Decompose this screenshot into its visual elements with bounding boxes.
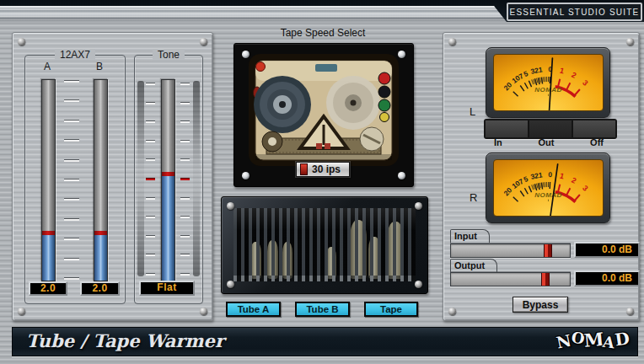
switch-label-off: Off [590,137,604,147]
12ax7-group-label: 12AX7 [55,49,95,61]
grille-feet [233,276,416,281]
suite-badge: ESSENTIAL STUDIO SUITE [507,3,642,21]
slider-fill [94,235,107,281]
tube-a-drive-slider[interactable] [41,79,56,281]
screw-icon [398,172,405,179]
vu-meter-right: 2010753210123NOMAD [486,153,610,223]
tone-tick-marks [146,83,155,276]
header-bar: ESSENTIAL STUDIO SUITE [0,0,644,22]
slider-fill [162,176,174,281]
svg-text:NOMAD: NOMAD [534,86,562,94]
tape-speed-value: 30 ips [312,163,341,175]
tone-value-display: Flat [139,281,195,296]
switch-label-out: Out [538,137,554,147]
svg-text:3: 3 [581,184,589,193]
switch-label-in: In [494,137,502,147]
tone-slider[interactable] [161,79,175,281]
tone-group: Tone Flat [134,55,203,304]
tone-tick-marks [180,83,190,276]
screw-icon [415,202,422,210]
tone-wedge-decoration [137,81,144,276]
svg-text:0: 0 [548,170,552,179]
output-db-display: 0.0 dB [574,270,640,286]
screw-icon [415,281,422,288]
nomad-logo: NOMAD [556,331,629,350]
svg-text:1: 1 [559,67,565,76]
input-label: Input [450,229,490,243]
tube-b-value-display: 2.0 [80,281,120,296]
screw-icon [227,202,234,210]
svg-text:1: 1 [559,172,565,181]
switch-labels: In Out Off [484,137,614,147]
mode-button-tube-b[interactable]: Tube B [295,302,350,317]
svg-text:2: 2 [570,71,577,80]
plugin-title: Tube / Tape Warmer [26,330,224,351]
output-gain-slider[interactable] [450,272,571,286]
bypass-button[interactable]: Bypass [513,297,568,313]
svg-text:NOMAD: NOMAD [534,191,562,199]
screw-icon [398,51,405,58]
header-metal-stripes [0,6,507,22]
screw-icon [242,51,250,58]
mode-button-tape[interactable]: Tape [364,302,418,317]
tape-speed-panel: 30 ips [233,43,414,187]
input-gain-slider[interactable] [450,244,571,258]
tape-speed-select-button[interactable]: 30 ips [296,162,350,177]
tube-b-drive-slider[interactable] [94,79,108,281]
tube-a-value-display: 2.0 [29,281,67,296]
vu-meter-left-face: 2010753210123NOMAD [493,54,604,111]
tube-drive-panel: 12AX7 A B 2.0 2.0 Tone [12,32,213,321]
screw-icon [200,38,207,46]
slider-a-label: A [35,61,59,72]
mode-button-tube-a[interactable]: Tube A [226,302,281,317]
svg-text:20: 20 [502,185,513,197]
meter-mode-switch[interactable] [484,119,617,139]
vu-meter-right-face: 2010753210123NOMAD [493,159,604,217]
svg-text:1: 1 [538,170,543,179]
screw-icon [200,308,207,315]
grille-bars [233,208,416,281]
vu-meter-left: 2010753210123NOMAD [486,47,610,118]
slider-track [42,80,55,231]
svg-text:20: 20 [502,80,513,92]
output-slider-handle[interactable] [541,273,550,286]
tape-speed-led-icon [300,163,308,175]
tube-grille-window [233,208,416,281]
input-db-display: 0.0 dB [574,242,640,258]
screw-icon [242,172,250,179]
meter-left-channel-label: L [470,105,475,118]
tape-speed-title: Tape Speed Select [233,27,412,39]
slider-b-label: B [88,61,111,72]
meter-right-channel-label: R [470,191,477,204]
switch-position-out[interactable] [528,120,572,137]
switch-position-in[interactable] [486,120,528,137]
screw-icon [227,281,234,288]
switch-position-off[interactable] [572,120,615,137]
12ax7-group: 12AX7 A B 2.0 2.0 [24,55,126,304]
meter-io-panel: L 2010753210123NOMAD In Out Off R 201075… [443,32,640,321]
tone-group-label: Tone [153,49,185,61]
screw-icon [626,308,634,315]
plugin-window: ESSENTIAL STUDIO SUITE 12AX7 A B 2.0 2.0 [0,0,644,364]
ab-tick-marks [64,81,79,280]
svg-text:2: 2 [570,176,577,185]
svg-text:3: 3 [581,78,589,88]
screw-icon [448,38,456,46]
input-slider-handle[interactable] [544,244,552,257]
svg-text:1: 1 [538,65,543,74]
slider-track [94,80,107,231]
screw-icon [18,308,25,315]
tube-grille-panel [221,196,428,294]
screw-icon [18,38,25,46]
tone-wedge-decoration [193,81,200,276]
slider-fill [42,235,55,281]
slider-track [162,80,174,172]
footer-bar: Tube / Tape Warmer NOMAD [12,327,638,356]
output-label: Output [450,259,497,272]
screw-icon [448,308,456,315]
screw-icon [626,38,634,46]
